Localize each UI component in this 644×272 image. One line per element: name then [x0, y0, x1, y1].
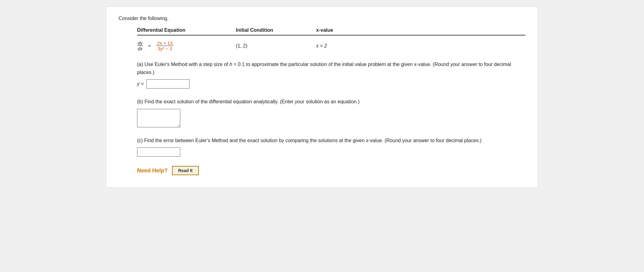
- part-c-text2: -value. (Round your answer to four decim…: [368, 138, 481, 143]
- intro-text: Consider the following.: [119, 16, 525, 21]
- lhs-denom: dx: [137, 46, 143, 51]
- rhs-numer: 2x + 13: [156, 40, 174, 46]
- need-help-row: Need Help? Read It: [137, 166, 525, 175]
- x-value-display: x = 2: [316, 43, 378, 49]
- part-c-text: (c) Find the error between Euler's Metho…: [137, 137, 525, 145]
- read-it-button[interactable]: Read It: [172, 166, 199, 175]
- part-c-text1: Find the error between Euler's Method an…: [143, 138, 366, 143]
- section-b: (b) Find the exact solution of the diffe…: [137, 98, 525, 127]
- header-x-value: x-value: [316, 27, 378, 33]
- part-b-text: (b) Find the exact solution of the diffe…: [137, 98, 525, 106]
- section-c: (c) Find the error between Euler's Metho…: [137, 137, 525, 157]
- part-a-label: (a): [137, 62, 143, 67]
- initial-condition-value: (1, 2): [236, 43, 316, 49]
- table-data-row: dy dx = 2x + 13 3y² − 3 (1, 2) x = 2: [137, 40, 525, 51]
- part-c-label: (c): [137, 138, 143, 143]
- lhs-numer: dy: [137, 40, 143, 46]
- part-a-text: (a) Use Euler's Method with a step size …: [137, 60, 525, 76]
- header-diff-eq: Differential Equation: [137, 27, 236, 33]
- part-a-text1: Use Euler's Method with a step size of: [143, 62, 230, 67]
- rhs-fraction: 2x + 13 3y² − 3: [156, 40, 174, 51]
- diff-eq-cell: dy dx = 2x + 13 3y² − 3: [137, 40, 236, 51]
- lhs-fraction: dy dx: [137, 40, 143, 51]
- part-b-text1: Find the exact solution of the different…: [143, 99, 360, 104]
- part-c-answer-input[interactable]: [137, 147, 180, 157]
- need-help-label: Need Help?: [137, 167, 168, 174]
- part-a-h-var: h: [229, 62, 232, 67]
- rhs-denom: 3y² − 3: [157, 46, 173, 51]
- section-a: (a) Use Euler's Method with a step size …: [137, 60, 525, 89]
- part-a-input-row: y =: [137, 79, 525, 89]
- main-card: Consider the following. Differential Equ…: [106, 6, 538, 188]
- table-header: Differential Equation Initial Condition …: [137, 27, 525, 35]
- equals-sign: =: [148, 43, 151, 49]
- part-a-answer-input[interactable]: [146, 79, 190, 89]
- part-a-input-label: y =: [137, 81, 144, 87]
- header-initial-cond: Initial Condition: [236, 27, 316, 33]
- part-b-label: (b): [137, 99, 143, 104]
- part-b-answer-input[interactable]: [137, 109, 180, 127]
